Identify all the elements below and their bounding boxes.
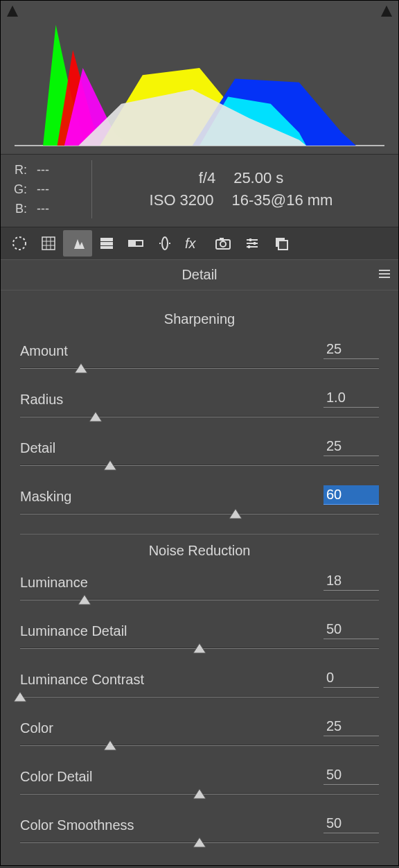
section-title: Detail <box>181 267 217 283</box>
luminance-detail-slider[interactable] <box>20 643 379 653</box>
b-value: --- <box>37 199 49 218</box>
svg-marker-38 <box>78 595 91 605</box>
group-divider <box>20 534 379 535</box>
amount-value[interactable]: 25 <box>323 340 379 359</box>
color-smoothness-slider[interactable] <box>20 837 379 847</box>
color-smoothness-thumb[interactable] <box>192 836 207 849</box>
slider-amount: Amount 25 <box>20 340 379 373</box>
svg-rect-13 <box>100 246 113 249</box>
svg-marker-40 <box>14 692 26 702</box>
histogram[interactable] <box>1 1 398 155</box>
color-thumb[interactable] <box>103 739 118 752</box>
color-smoothness-label: Color Smoothness <box>20 817 134 833</box>
color-slider[interactable] <box>20 740 379 750</box>
radius-thumb[interactable] <box>88 410 103 423</box>
radius-label: Radius <box>20 392 63 408</box>
amount-slider[interactable] <box>20 363 379 373</box>
exif-shutter: 25.00 s <box>233 169 283 187</box>
tab-hsl[interactable] <box>92 230 121 257</box>
tab-camera-calibration[interactable] <box>209 230 238 257</box>
color-detail-label: Color Detail <box>20 769 92 785</box>
exif-readout: f/4 25.00 s ISO 3200 16-35@16 mm <box>92 160 390 218</box>
svg-point-21 <box>220 241 226 247</box>
luminance-contrast-slider[interactable] <box>20 692 379 702</box>
slider-color-smoothness: Color Smoothness 50 <box>20 814 379 847</box>
color-detail-slider[interactable] <box>20 789 379 799</box>
amount-label: Amount <box>20 343 68 359</box>
tab-effects[interactable]: fx <box>179 230 209 257</box>
slider-color-detail: Color Detail 50 <box>20 765 379 799</box>
color-label: Color <box>20 720 53 736</box>
rgb-readout: R:--- G:--- B:--- <box>9 160 92 218</box>
noise-title: Noise Reduction <box>20 543 379 559</box>
r-label: R: <box>9 160 27 180</box>
luminance-slider[interactable] <box>20 595 379 605</box>
slider-radius: Radius 1.0 <box>20 388 379 422</box>
b-label: B: <box>9 199 27 218</box>
section-header: Detail <box>1 260 398 290</box>
tab-snapshots[interactable] <box>267 230 296 257</box>
exif-lens: 16-35@16 mm <box>232 191 333 209</box>
detail-thumb[interactable] <box>103 459 118 471</box>
tab-presets[interactable] <box>238 230 267 257</box>
slider-luminance-contrast: Luminance Contrast 0 <box>20 668 379 702</box>
masking-slider[interactable] <box>20 509 379 519</box>
tab-detail[interactable] <box>63 230 92 257</box>
g-value: --- <box>37 180 49 199</box>
svg-rect-11 <box>100 238 113 241</box>
color-detail-thumb[interactable] <box>192 788 207 800</box>
luminance-contrast-label: Luminance Contrast <box>20 672 144 688</box>
luminance-contrast-thumb[interactable] <box>12 691 28 703</box>
svg-marker-36 <box>104 460 116 470</box>
g-label: G: <box>9 180 27 199</box>
svg-point-16 <box>162 237 168 250</box>
slider-luminance: Luminance 18 <box>20 571 379 605</box>
svg-rect-15 <box>129 241 136 246</box>
svg-rect-22 <box>220 238 224 241</box>
color-detail-value[interactable]: 50 <box>323 765 379 785</box>
detail-slider[interactable] <box>20 460 379 470</box>
svg-marker-41 <box>104 740 116 750</box>
panel-tabstrip: fx <box>1 227 398 260</box>
radius-value[interactable]: 1.0 <box>323 388 379 408</box>
svg-rect-30 <box>278 241 287 250</box>
svg-text:fx: fx <box>185 236 197 251</box>
tab-basic[interactable] <box>5 230 34 257</box>
luminance-detail-value[interactable]: 50 <box>323 620 379 639</box>
slider-luminance-detail: Luminance Detail 50 <box>20 620 379 653</box>
tab-tone-curve[interactable] <box>34 230 63 257</box>
slider-masking: Masking 60 <box>20 485 379 519</box>
radius-slider[interactable] <box>20 412 379 422</box>
detail-panel: R:--- G:--- B:--- f/4 25.00 s ISO 3200 1… <box>0 0 399 866</box>
color-value[interactable]: 25 <box>323 717 379 736</box>
masking-label: Masking <box>20 489 71 505</box>
sharpening-title: Sharpening <box>20 311 379 327</box>
svg-marker-35 <box>89 412 102 422</box>
luminance-thumb[interactable] <box>77 593 92 606</box>
svg-rect-26 <box>249 238 251 241</box>
detail-value[interactable]: 25 <box>323 437 379 456</box>
tab-lens-corrections[interactable] <box>150 230 179 257</box>
meta-row: R:--- G:--- B:--- f/4 25.00 s ISO 3200 1… <box>1 155 398 227</box>
r-value: --- <box>37 160 49 180</box>
luminance-contrast-value[interactable]: 0 <box>323 668 379 688</box>
slider-color: Color 25 <box>20 717 379 750</box>
slider-detail: Detail 25 <box>20 437 379 470</box>
svg-rect-12 <box>100 242 113 245</box>
panel-menu-icon[interactable] <box>378 268 391 284</box>
svg-rect-27 <box>254 242 256 245</box>
svg-rect-4 <box>42 237 55 250</box>
amount-thumb[interactable] <box>73 362 89 374</box>
masking-value[interactable]: 60 <box>323 485 379 505</box>
luminance-detail-label: Luminance Detail <box>20 623 127 639</box>
luminance-detail-thumb[interactable] <box>192 642 207 654</box>
svg-marker-34 <box>75 363 87 373</box>
svg-marker-42 <box>193 789 206 799</box>
masking-thumb[interactable] <box>228 507 243 520</box>
detail-label: Detail <box>20 440 55 456</box>
luminance-value[interactable]: 18 <box>323 571 379 591</box>
exif-iso: ISO 3200 <box>150 191 214 209</box>
tab-split-toning[interactable] <box>121 230 150 257</box>
color-smoothness-value[interactable]: 50 <box>323 814 379 833</box>
svg-marker-43 <box>193 837 206 847</box>
